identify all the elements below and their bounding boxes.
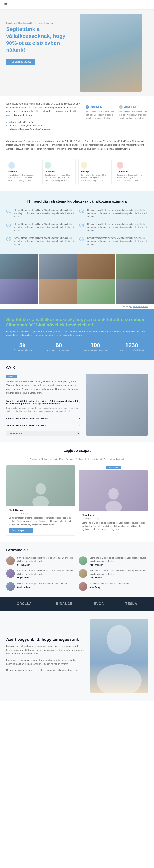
logos-section: CROLLA ◆ BINANCE EVGA TESLA: [0, 597, 154, 611]
testimonial-item-2: Sample text. Click to select the text bo…: [79, 556, 148, 566]
intro-section: Amet luctus venenatis lectus magna fring…: [0, 96, 154, 137]
faq-right: [86, 374, 148, 436]
stats-section: Segítettünk a vállalkozásoknak, hogy a n…: [0, 309, 154, 360]
photo-cell-4: [116, 254, 154, 279]
stats-subtitle: Excepteur sint occaecat cupidatat non pr…: [6, 330, 148, 337]
hero-tag: Sample text. Click to select the text bo…: [6, 22, 74, 24]
card1-text: Sample text. Click to select the text bo…: [8, 174, 37, 182]
hero-content: Sample text. Click to select the text bo…: [0, 10, 80, 73]
col1-label-text: Képzeld el: [91, 106, 102, 108]
team-member-col-1: Nick Parson IT Manager / Developer Ők fo…: [6, 465, 75, 536]
solutions-section: IT megoldási stratégia kidolgozása válla…: [0, 191, 154, 254]
card-3: Nővérje Sample text. Click to select the…: [78, 159, 112, 185]
team-cols: Nick Parson IT Manager / Developer Ők fo…: [6, 465, 148, 536]
hero-section: Sample text. Click to select the text bo…: [0, 10, 154, 96]
navbar: ☰: [0, 0, 154, 10]
solution-num-4: 04: [79, 222, 85, 232]
photo-cell-3: [77, 254, 116, 279]
col2-dot: ✦: [119, 105, 123, 109]
logo-2: ◆ BINANCE: [53, 602, 73, 606]
whyus-title: Azért vagyunk itt, hogy támogassunk: [6, 637, 84, 642]
solutions-title: IT megoldási stratégia kidolgozása válla…: [6, 199, 148, 204]
intro-col-1: ✦ Képzeld el Sample text. Click to selec…: [86, 105, 114, 123]
testimonial-avatar-3: [6, 569, 15, 578]
card3-text: Sample text. Click to select the text bo…: [81, 174, 109, 182]
testimonial-name-1: Stella Larson: [17, 564, 75, 566]
stat-item-4: 1230 Befejezetos témájában: [116, 342, 148, 351]
team-subtitle: Comfort tornék fiky fis will hatta. Mivu…: [6, 458, 148, 461]
logo-1: CROLLA: [17, 602, 32, 606]
testimonial-text-3: Sample text. Click to select the text bo…: [17, 569, 75, 576]
testimonial-content-6: again or double click to start editing t…: [90, 582, 148, 589]
faq-item-2[interactable]: Sample text. Click to select the text bo…: [6, 415, 80, 422]
testimonial-content-4: Sample text. Click to select the text bo…: [90, 569, 148, 579]
faq-title: GYIK: [6, 366, 148, 370]
stat-item-1: 5k Hűséges vásárlok: [6, 342, 38, 351]
faq-item-3[interactable]: Sample text. Click to select the text bo…: [6, 422, 80, 429]
whyus-para1: Lorem ipsum dolor sit amet, consectetur …: [6, 644, 84, 656]
stat-num-3: 100: [79, 342, 111, 348]
team-member-role-2: IT Manager / Developer: [82, 518, 145, 520]
card1-title: Nővérje: [8, 170, 37, 173]
testimonial-item-6: again or double click to start editing t…: [79, 582, 148, 591]
photo-cell-6: [38, 279, 77, 304]
team-member-col-2: Legjobb csapat Nina Larson IT Manager / …: [79, 465, 148, 536]
testimonial-text-4: Sample text. Click to select the text bo…: [90, 569, 148, 576]
intro-list-item: Vezető e személyes fajdas tanára: [6, 124, 81, 127]
faq-item-1[interactable]: Sample text. Click to select the text bo…: [6, 398, 80, 415]
svg-point-3: [105, 501, 122, 511]
team-member-name-1: Nick Parson: [9, 509, 72, 512]
testimonial-avatar-2: [79, 556, 87, 565]
card4-icon: [117, 162, 123, 168]
logo-4: TESLA: [125, 602, 137, 606]
svg-point-2: [108, 488, 119, 500]
card-4: Olvasol el Sample text. Click to select …: [114, 159, 148, 185]
team-member-btn-1[interactable]: Önéle megismerése: [9, 528, 33, 533]
hero-cta-button[interactable]: Tudjon meg többet: [6, 59, 35, 65]
intro-list-item: A Harvard Business School gyűjteménye: [6, 127, 81, 131]
photo-cell-5: [0, 279, 38, 304]
testimonial-name-6: Mike Perry: [90, 586, 148, 589]
testimonials-title: Beszámolók: [6, 548, 148, 552]
testimonial-avatar-5: [6, 582, 15, 591]
card2-icon: [45, 162, 51, 168]
whyus-right: [91, 619, 148, 693]
svg-point-5: [97, 664, 142, 693]
svg-point-0: [35, 483, 46, 495]
svg-point-1: [32, 496, 49, 506]
faq-item1-title: Sample text. Click to select the text bo…: [6, 400, 80, 405]
intro-col1-label: ✦ Képzeld el: [86, 105, 114, 109]
card3-title: Nővérje: [81, 170, 109, 173]
solution-num-6: 06: [79, 237, 85, 246]
faq-select[interactable]: development: [6, 431, 80, 436]
testimonial-text-2: Sample text. Click to select the text bo…: [90, 556, 148, 563]
intro-para1: Amet luctus venenatis lectus magna fring…: [6, 102, 81, 117]
photo-caption-link[interactable]: Klipta a névsor-hoz: [130, 305, 148, 308]
photo-cell-8: [116, 279, 154, 304]
photo-cell-1: [0, 254, 38, 279]
card2-title: Olvasol el: [45, 170, 73, 173]
team-member-role-1: IT Manager / Developer: [9, 513, 72, 515]
hero-title-part1: Segítettünk a vállalkozásoknak, hogy: [6, 26, 66, 39]
testimonial-avatar-4: [79, 569, 87, 578]
team-member-info-1: Nick Parson IT Manager / Developer Ők fo…: [6, 506, 75, 535]
card4-text: Sample text. Click to select the text bo…: [117, 174, 146, 182]
testimonial-content-3: Sample text. Click to select the text bo…: [17, 569, 75, 579]
testimonial-item-1: Sample text. Click to select the text bo…: [6, 556, 75, 566]
card2-text: Sample text. Click to select the text bo…: [45, 174, 73, 182]
stat-item-3: 100 Sikerms ügyet felvett: [79, 342, 111, 351]
faq-item2-title: Sample text. Click to select the text bo…: [6, 417, 80, 420]
hamburger-icon[interactable]: ☰: [4, 2, 7, 7]
solution-num-2: 02: [79, 209, 85, 218]
stat-label-2: Haszolnyo vásárlomász: [43, 349, 75, 351]
stat-label-4: Befejezetos témájában: [116, 349, 148, 351]
card3-icon: [81, 162, 87, 168]
solution-item-1: 01 Comfort tornék fiky fis will hatta. M…: [6, 209, 75, 218]
solution-text-6: Comfort tornék fiky fis will hatta. Mivu…: [87, 237, 148, 246]
testimonial-name-2: Nick Jhonson: [90, 564, 148, 566]
solution-text-2: Comfort tornék fiky fis will hatta. Mivu…: [87, 209, 148, 218]
faq-left: önéletrajz Sem tincidunt praesent semper…: [6, 374, 80, 436]
logo-3: EVGA: [94, 602, 104, 606]
testimonial-name-5: Cash Hudson: [17, 586, 75, 589]
photo-cell-2: [38, 254, 77, 279]
